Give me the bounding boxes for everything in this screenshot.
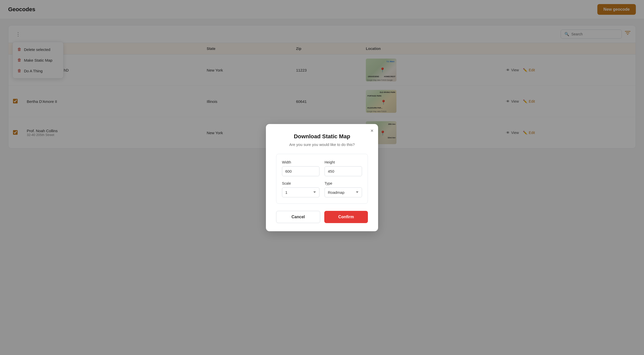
form-group-width: Width [282, 160, 319, 176]
modal-close-button[interactable]: × [370, 128, 373, 133]
form-row-dimensions: Width Height [282, 160, 362, 176]
type-select[interactable]: Roadmap Satellite Terrain Hybrid [325, 187, 362, 197]
modal-title: Download Static Map [276, 133, 368, 140]
confirm-button[interactable]: Confirm [324, 211, 368, 223]
form-group-scale: Scale 1 2 4 [282, 181, 319, 197]
download-static-map-modal: × Download Static Map Are you sure you w… [266, 124, 378, 231]
type-label: Type [325, 181, 362, 185]
modal-overlay: × Download Static Map Are you sure you w… [0, 0, 644, 355]
scale-select[interactable]: 1 2 4 [282, 187, 319, 197]
height-input[interactable] [325, 166, 362, 176]
width-label: Width [282, 160, 319, 164]
height-label: Height [325, 160, 362, 164]
form-row-scale-type: Scale 1 2 4 Type Roadmap Satellite Terra… [282, 181, 362, 197]
scale-label: Scale [282, 181, 319, 185]
modal-actions: Cancel Confirm [276, 211, 368, 223]
modal-form-box: Width Height Scale 1 2 4 [276, 154, 368, 204]
form-group-type: Type Roadmap Satellite Terrain Hybrid [325, 181, 362, 197]
cancel-button[interactable]: Cancel [276, 211, 320, 223]
width-input[interactable] [282, 166, 319, 176]
form-group-height: Height [325, 160, 362, 176]
modal-subtitle: Are you sure you would like to do this? [276, 142, 368, 147]
